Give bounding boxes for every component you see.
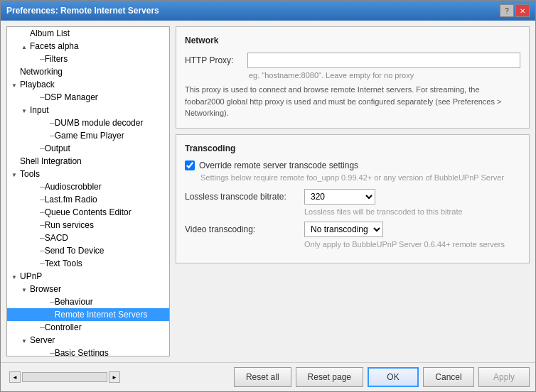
bottom-bar: ◄ ► Reset all Reset page OK Cancel Apply — [1, 362, 535, 391]
tree-item-label: Basic Settings — [55, 348, 109, 356]
tree-item-label: Playback — [20, 80, 55, 89]
expand-icon: ▼ — [10, 82, 18, 89]
tree-item-label: Networking — [20, 67, 63, 77]
tree-item-label: SACD — [45, 233, 68, 243]
help-button[interactable]: ? — [500, 4, 514, 17]
tree-item-send-to-device[interactable]: – Send To Device — [7, 244, 169, 257]
tree-item-label: Server — [30, 335, 55, 345]
title-controls: ? ✕ — [500, 4, 530, 17]
tree-item-controller[interactable]: – Controller — [7, 321, 169, 334]
tree-scrollbar[interactable] — [22, 372, 107, 382]
override-hint: Settings below require remote foo_upnp 0… — [185, 173, 520, 182]
cancel-button[interactable]: Cancel — [423, 367, 474, 387]
tree-item-remote-internet[interactable]: – Remote Internet Servers — [7, 308, 169, 321]
tree-item-label: Controller — [45, 322, 82, 332]
tree-item-dsp-manager[interactable]: – DSP Manager — [7, 91, 169, 104]
lossless-label: Lossless transcode bitrate: — [185, 192, 299, 202]
expand-icon: ▼ — [20, 108, 28, 114]
reset-all-button[interactable]: Reset all — [234, 367, 291, 387]
tree-item-label: Game Emu Player — [55, 131, 124, 141]
tree-item-game-emu[interactable]: – Game Emu Player — [7, 129, 169, 142]
tree-item-label: Text Tools — [45, 258, 82, 268]
tree-item-facets-alpha[interactable]: ▲Facets alpha — [7, 40, 169, 53]
transcoding-section: Transcoding Override remote server trans… — [176, 134, 530, 263]
reset-page-button[interactable]: Reset page — [296, 367, 363, 387]
tree-item-label: Shell Integration — [20, 156, 82, 166]
video-hint: Only apply to BubbleUPnP Server 0.6.44+ … — [185, 240, 520, 249]
window-title: Preferences: Remote Internet Servers — [6, 6, 159, 16]
tree-item-label: DSP Manager — [45, 92, 98, 102]
main-content: Album List▲Facets alpha– FiltersNetworki… — [1, 21, 535, 362]
scroll-right-btn[interactable]: ► — [109, 371, 120, 383]
tree-item-upnp[interactable]: ▼UPnP — [7, 270, 169, 283]
tree-item-basic-settings[interactable]: – Basic Settings — [7, 347, 169, 356]
apply-button[interactable]: Apply — [478, 367, 530, 387]
tree-item-browser[interactable]: ▼Browser — [7, 283, 169, 295]
tree-item-networking[interactable]: Networking — [7, 65, 169, 78]
tree-item-label: Last.fm Radio — [45, 195, 97, 205]
tree-item-label: UPnP — [20, 271, 42, 281]
tree-item-filters[interactable]: – Filters — [7, 53, 169, 65]
tree-item-lastfm[interactable]: – Last.fm Radio — [7, 193, 169, 206]
http-proxy-row: HTTP Proxy: — [185, 53, 520, 68]
ok-button[interactable]: OK — [368, 367, 419, 387]
transcoding-title: Transcoding — [185, 143, 520, 153]
tree-item-label: Queue Contents Editor — [45, 207, 132, 217]
tree-item-text-tools[interactable]: – Text Tools — [7, 257, 169, 270]
tree-item-label: Behaviour — [55, 297, 93, 307]
network-section: Network HTTP Proxy: eg. "hostname:8080".… — [176, 26, 530, 129]
tree-item-label: Tools — [20, 169, 40, 179]
scroll-area: ◄ ► — [6, 371, 120, 383]
video-select[interactable]: No transcoding H.264 H.265 — [304, 222, 383, 237]
tree-item-label: Run services — [45, 220, 94, 230]
http-proxy-input[interactable] — [247, 53, 520, 68]
lossless-row: Lossless transcode bitrate: 320 128 192 … — [185, 189, 520, 205]
close-button[interactable]: ✕ — [515, 4, 530, 17]
expand-icon: ▲ — [20, 44, 28, 50]
tree-item-shell-integration[interactable]: Shell Integration — [7, 155, 169, 168]
tree-item-label: Remote Internet Servers — [55, 310, 148, 320]
http-proxy-hint: eg. "hostname:8080". Leave empty for no … — [249, 71, 520, 80]
video-label: Video transcoding: — [185, 224, 299, 234]
override-row: Override remote server transcode setting… — [185, 160, 520, 170]
scroll-left-btn[interactable]: ◄ — [9, 371, 21, 383]
tree-item-label: Filters — [45, 54, 68, 64]
override-label[interactable]: Override remote server transcode setting… — [199, 160, 358, 170]
tree-item-tools[interactable]: ▼Tools — [7, 168, 169, 180]
tree-panel[interactable]: Album List▲Facets alpha– FiltersNetworki… — [6, 26, 170, 356]
tree-item-label: Send To Device — [45, 246, 104, 256]
tree-item-server[interactable]: ▼Server — [7, 334, 169, 347]
http-proxy-label: HTTP Proxy: — [185, 55, 242, 65]
tree-item-queue-contents[interactable]: – Queue Contents Editor — [7, 206, 169, 219]
expand-icon: ▼ — [10, 172, 18, 178]
tree-item-dumb-module[interactable]: – DUMB module decoder — [7, 116, 169, 129]
tree-item-label: Output — [45, 143, 70, 153]
tree-item-audioscrobbler[interactable]: – Audioscrobbler — [7, 180, 169, 193]
expand-icon: ▼ — [10, 274, 18, 281]
tree-item-label: Input — [30, 105, 49, 115]
override-checkbox[interactable] — [185, 160, 195, 170]
tree-item-label: Browser — [30, 284, 61, 294]
video-row: Video transcoding: No transcoding H.264 … — [185, 222, 520, 237]
tree-item-label: Facets alpha — [30, 41, 79, 51]
tree-item-label: DUMB module decoder — [55, 118, 144, 128]
tree-item-input[interactable]: ▼Input — [7, 104, 169, 116]
tree-item-album-list[interactable]: Album List — [7, 27, 169, 40]
tree-item-label: Audioscrobbler — [45, 182, 102, 192]
tree-item-run-services[interactable]: – Run services — [7, 219, 169, 232]
tree-item-sacd[interactable]: – SACD — [7, 232, 169, 244]
network-title: Network — [185, 36, 520, 45]
network-info: This proxy is used to connect and browse… — [185, 84, 520, 119]
title-bar: Preferences: Remote Internet Servers ? ✕ — [1, 1, 535, 21]
tree-item-output[interactable]: – Output — [7, 142, 169, 155]
tree-item-behaviour[interactable]: – Behaviour — [7, 295, 169, 308]
preferences-window: Preferences: Remote Internet Servers ? ✕… — [0, 0, 536, 392]
tree-item-playback[interactable]: ▼Playback — [7, 78, 169, 91]
lossless-hint: Lossless files will be transcoded to thi… — [185, 207, 520, 216]
lossless-select[interactable]: 320 128 192 256 512 — [304, 189, 375, 205]
expand-icon: ▼ — [20, 338, 28, 344]
tree-item-label: Album List — [30, 28, 70, 38]
right-panel: Network HTTP Proxy: eg. "hostname:8080".… — [176, 26, 530, 356]
expand-icon: ▼ — [20, 287, 28, 293]
